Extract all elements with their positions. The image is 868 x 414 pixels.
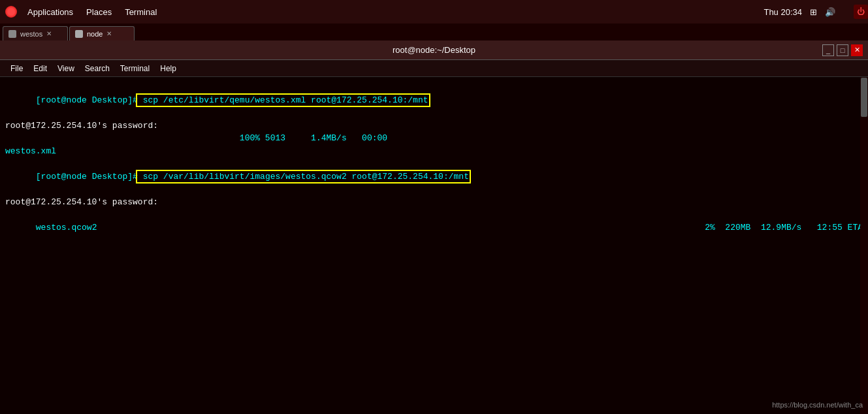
close-button[interactable]: ✕ bbox=[851, 44, 863, 56]
terminal-line-7-text: westos.qcow2 bbox=[36, 223, 97, 232]
terminal-line-3-progress: 100% 5013 1.4MB/s 00:00 bbox=[5, 132, 863, 145]
tab-node-label: node bbox=[87, 30, 103, 38]
system-bar-right: Thu 20:34 ⊞ 🔊 bbox=[764, 0, 835, 24]
tab-westos-label: westos bbox=[20, 30, 42, 38]
prompt-2: [root@node Desktop]# bbox=[36, 172, 138, 182]
terminal-titlebar: root@node:~/Desktop _ □ ✕ bbox=[0, 40, 868, 60]
menu-view[interactable]: View bbox=[52, 63, 80, 74]
menu-search[interactable]: Search bbox=[80, 63, 115, 74]
tab-westos-close[interactable]: ✕ bbox=[46, 30, 52, 37]
terminal-line-6: root@172.25.254.10's password: bbox=[5, 196, 863, 209]
system-bar: Applications Places Terminal Thu 20:34 ⊞… bbox=[0, 0, 868, 24]
terminal-window: root@node:~/Desktop _ □ ✕ File Edit View… bbox=[0, 40, 868, 414]
progress-line: 2% 220MB 12.9MB/s 12:55 ETA bbox=[695, 221, 863, 234]
terminal-menu[interactable]: Terminal bbox=[120, 5, 162, 20]
tab-node-close[interactable]: ✕ bbox=[106, 30, 112, 37]
places-menu[interactable]: Places bbox=[81, 5, 117, 20]
terminal-line-4: westos.xml bbox=[5, 145, 863, 158]
maximize-button[interactable]: □ bbox=[837, 44, 848, 56]
terminal-title: root@node:~/Desktop bbox=[393, 45, 475, 55]
tab-bar: westos ✕ node ✕ bbox=[0, 24, 868, 40]
applications-menu[interactable]: Applications bbox=[22, 5, 78, 20]
command-1: scp /etc/libvirt/qemu/westos.xml root@17… bbox=[138, 95, 428, 105]
screen-icon: ⊞ bbox=[810, 7, 817, 17]
tab-westos[interactable]: westos ✕ bbox=[3, 26, 68, 40]
fedora-icon bbox=[5, 6, 17, 18]
terminal-content[interactable]: [root@node Desktop]# scp /etc/libvirt/qe… bbox=[0, 77, 868, 414]
power-button[interactable]: ⏻ bbox=[854, 5, 868, 19]
tab-westos-icon bbox=[8, 30, 16, 38]
terminal-line-5: [root@node Desktop]# scp /var/lib/libvir… bbox=[5, 157, 863, 196]
menu-terminal[interactable]: Terminal bbox=[115, 63, 155, 74]
clock: Thu 20:34 bbox=[764, 7, 802, 17]
prompt-1: [root@node Desktop]# bbox=[36, 95, 138, 105]
menu-help[interactable]: Help bbox=[155, 63, 182, 74]
terminal-line-1: [root@node Desktop]# scp /etc/libvirt/qe… bbox=[5, 81, 863, 119]
menu-file[interactable]: File bbox=[5, 63, 28, 74]
watermark: https://blog.csdn.net/with_ca bbox=[772, 401, 863, 409]
system-bar-left: Applications Places Terminal bbox=[5, 5, 162, 20]
scrollbar[interactable] bbox=[860, 77, 868, 414]
menu-edit[interactable]: Edit bbox=[28, 63, 52, 74]
scrollbar-thumb bbox=[861, 78, 867, 117]
command-2: scp /var/lib/libvirt/images/westos.qcow2… bbox=[138, 172, 469, 182]
tab-node-icon bbox=[75, 30, 83, 38]
terminal-line-7: westos.qcow2 2% 220MB 12.9MB/s 12:55 ETA bbox=[5, 208, 863, 247]
minimize-button[interactable]: _ bbox=[822, 44, 834, 56]
terminal-controls: _ □ ✕ bbox=[822, 44, 863, 56]
terminal-line-2: root@172.25.254.10's password: bbox=[5, 119, 863, 133]
tab-node[interactable]: node ✕ bbox=[69, 26, 135, 40]
terminal-menubar: File Edit View Search Terminal Help bbox=[0, 60, 868, 77]
volume-icon: 🔊 bbox=[825, 7, 835, 17]
